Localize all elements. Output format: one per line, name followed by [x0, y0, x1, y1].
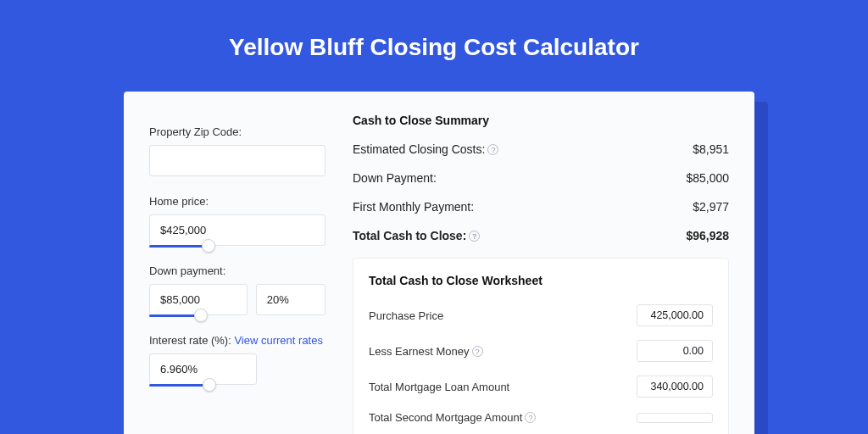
- calculator-card: Property Zip Code: Home price: Down paym…: [124, 92, 754, 434]
- down-payment-field: Down payment:: [149, 264, 326, 315]
- help-icon[interactable]: ?: [469, 231, 480, 242]
- home-price-label: Home price:: [149, 195, 326, 208]
- summary-row: Estimated Closing Costs:?$8,951: [353, 142, 729, 156]
- summary-heading: Cash to Close Summary: [353, 114, 729, 127]
- help-icon[interactable]: ?: [525, 412, 536, 423]
- worksheet-row: Total Second Mortgage Amount?: [369, 411, 713, 424]
- worksheet-row-value[interactable]: 340,000.00: [637, 376, 713, 398]
- summary-row-label: Estimated Closing Costs:?: [353, 142, 498, 156]
- worksheet-row-label: Total Mortgage Loan Amount: [369, 381, 509, 393]
- summary-row-label: Down Payment:: [353, 171, 437, 185]
- zip-input[interactable]: [149, 145, 326, 176]
- results-column: Cash to Close Summary Estimated Closing …: [337, 92, 754, 434]
- summary-row-value: $85,000: [686, 171, 729, 185]
- worksheet-heading: Total Cash to Close Worksheet: [369, 274, 713, 287]
- worksheet-row-value[interactable]: 425,000.00: [637, 304, 713, 326]
- worksheet-row: Total Mortgage Loan Amount340,000.00: [369, 376, 713, 398]
- summary-row-value: $8,951: [693, 142, 729, 156]
- worksheet-row-value[interactable]: 0.00: [637, 340, 713, 362]
- rate-label-text: Interest rate (%):: [149, 334, 234, 347]
- worksheet-row: Purchase Price425,000.00: [369, 304, 713, 326]
- summary-row: Down Payment:$85,000: [353, 171, 729, 185]
- page-title: Yellow Bluff Closing Cost Calculator: [0, 0, 868, 85]
- worksheet-row-label: Total Second Mortgage Amount?: [369, 411, 536, 424]
- summary-row: First Monthly Payment:$2,977: [353, 200, 729, 214]
- worksheet-card: Total Cash to Close Worksheet Purchase P…: [353, 258, 729, 434]
- home-price-field: Home price:: [149, 195, 326, 246]
- summary-rows: Estimated Closing Costs:?$8,951Down Paym…: [353, 142, 729, 242]
- view-rates-link[interactable]: View current rates: [234, 334, 323, 347]
- summary-row-label: First Monthly Payment:: [353, 200, 474, 214]
- worksheet-rows: Purchase Price425,000.00Less Earnest Mon…: [369, 304, 713, 424]
- down-payment-label: Down payment:: [149, 264, 326, 277]
- home-price-input[interactable]: [149, 214, 326, 246]
- rate-label: Interest rate (%): View current rates: [149, 334, 326, 347]
- worksheet-row-label: Less Earnest Money?: [369, 345, 483, 358]
- down-payment-pct-input[interactable]: [256, 284, 326, 315]
- summary-row-label: Total Cash to Close:?: [353, 229, 480, 242]
- summary-row-value: $2,977: [693, 200, 729, 214]
- zip-field: Property Zip Code:: [149, 125, 326, 176]
- summary-row-value: $96,928: [686, 229, 729, 242]
- rate-field: Interest rate (%): View current rates: [149, 334, 326, 385]
- worksheet-row-label: Purchase Price: [369, 309, 443, 322]
- zip-label: Property Zip Code:: [149, 125, 326, 138]
- worksheet-row: Less Earnest Money?0.00: [369, 340, 713, 362]
- help-icon[interactable]: ?: [472, 346, 483, 357]
- inputs-column: Property Zip Code: Home price: Down paym…: [124, 92, 337, 434]
- summary-row: Total Cash to Close:?$96,928: [353, 229, 729, 242]
- help-icon[interactable]: ?: [487, 144, 498, 155]
- worksheet-row-value[interactable]: [637, 413, 713, 423]
